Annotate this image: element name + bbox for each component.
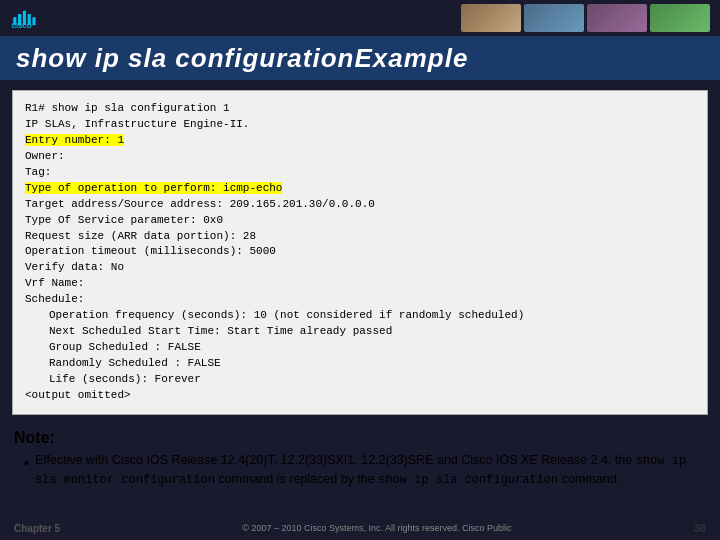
note-title: Note: — [14, 429, 706, 447]
code-line-10: Operation timeout (milliseconds): 5000 — [25, 244, 695, 260]
cisco-logo-icon: CISCO — [10, 6, 50, 30]
code-line-6: Type of operation to perform: icmp-echo — [25, 181, 695, 197]
page-title: show ip sla configurationExample — [16, 43, 468, 74]
code-line-17: Randomly Scheduled : FALSE — [25, 356, 695, 372]
footer: Chapter 5 © 2007 – 2010 Cisco Systems, I… — [0, 522, 720, 534]
header-image-2 — [524, 4, 584, 32]
code-line-19: <output omitted> — [25, 388, 695, 404]
code-line-4: Owner: — [25, 149, 695, 165]
highlight-type: Type of operation to perform: icmp-echo — [25, 182, 282, 194]
note-section: Note: • Effective with Cisco IOS Release… — [0, 425, 720, 493]
code-line-8: Type Of Service parameter: 0x0 — [25, 213, 695, 229]
code-line-16: Group Scheduled : FALSE — [25, 340, 695, 356]
title-example: Example — [354, 43, 468, 73]
header-image-3 — [587, 4, 647, 32]
page-number: 38 — [694, 522, 706, 534]
code-line-7: Target address/Source address: 209.165.2… — [25, 197, 695, 213]
code-line-5: Tag: — [25, 165, 695, 181]
svg-rect-5 — [32, 17, 35, 25]
bullet-icon: • — [24, 453, 29, 474]
title-main: show ip sla configuration — [16, 43, 354, 73]
code-line-1: R1# show ip sla configuration 1 — [25, 101, 695, 117]
code-line-2: IP SLAs, Infrastructure Engine-II. — [25, 117, 695, 133]
note-text-before: Effective with Cisco IOS Release 12.4(20… — [35, 453, 636, 467]
code-line-3: Entry number: 1 — [25, 133, 695, 149]
title-bar: show ip sla configurationExample — [0, 36, 720, 80]
code-line-9: Request size (ARR data portion): 28 — [25, 229, 695, 245]
header-image-4 — [650, 4, 710, 32]
code-line-14: Operation frequency (seconds): 10 (not c… — [25, 308, 695, 324]
note-mono-2: show ip sla configuration — [378, 473, 558, 487]
header-image-strip — [461, 4, 710, 32]
note-content: Effective with Cisco IOS Release 12.4(20… — [35, 451, 706, 489]
code-block: R1# show ip sla configuration 1 IP SLAs,… — [12, 90, 708, 415]
svg-text:CISCO: CISCO — [12, 22, 32, 29]
code-line-18: Life (seconds): Forever — [25, 372, 695, 388]
code-line-11: Verify data: No — [25, 260, 695, 276]
header: CISCO — [0, 0, 720, 36]
highlight-entry: Entry number: 1 — [25, 134, 124, 146]
code-line-13: Schedule: — [25, 292, 695, 308]
code-line-12: Vrf Name: — [25, 276, 695, 292]
code-line-15: Next Scheduled Start Time: Start Time al… — [25, 324, 695, 340]
note-text-middle: command is replaced by the — [215, 472, 378, 486]
chapter-label: Chapter 5 — [14, 523, 60, 534]
note-text-end: command. — [558, 472, 620, 486]
header-image-1 — [461, 4, 521, 32]
note-bullet-item: • Effective with Cisco IOS Release 12.4(… — [14, 451, 706, 489]
copyright-text: © 2007 – 2010 Cisco Systems, Inc. All ri… — [242, 523, 511, 533]
